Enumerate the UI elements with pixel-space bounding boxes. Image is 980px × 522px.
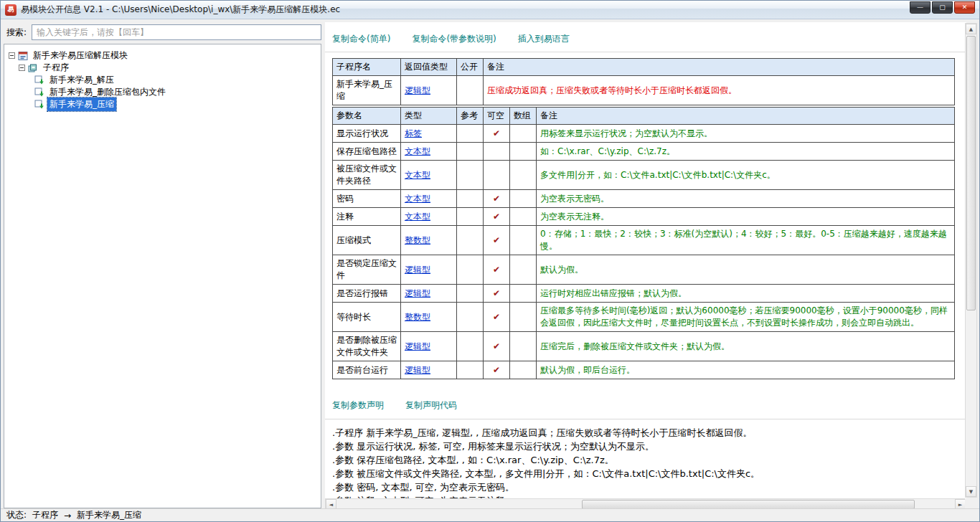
declaration-line: .参数 被压缩文件或文件夹路径, 文本型, , 多文件用|分开，如：C:\文件a… <box>332 467 959 480</box>
type-link[interactable]: 文本型 <box>405 212 430 222</box>
table-row: 新手来学易_压缩 逻辑型 压缩成功返回真；压缩失败或者等待时长小于压缩时长都返回… <box>333 76 955 105</box>
minimize-button[interactable]: — <box>910 1 930 14</box>
divider <box>325 52 966 52</box>
search-label: 搜索: <box>6 27 27 39</box>
nullable-check-cell: ✔ <box>484 226 510 255</box>
table-row: 保存压缩包路径 文本型 如：C:\x.rar、C:\y.zip、C:\z.7z。 <box>333 143 955 161</box>
tree-item-compress[interactable]: 新手来学易_压缩 <box>47 98 116 111</box>
array-cell <box>510 208 537 226</box>
vertical-scrollbar-thumb[interactable] <box>966 36 976 310</box>
type-link[interactable]: 文本型 <box>405 146 430 156</box>
remark-cell: 压缩成功返回真；压缩失败或者等待时长小于压缩时长都返回假。 <box>484 76 955 105</box>
subroutine-table: 子程序名 返回值类型 公开 备注 新手来学易_压缩 逻辑型 压缩成功返回真；压缩… <box>332 58 955 105</box>
nullable-check-cell: ✔ <box>484 190 510 208</box>
type-link[interactable]: 整数型 <box>405 312 430 322</box>
table-row: 等待时长 整数型 ✔ 压缩最多等待多长时间(毫秒)返回；默认为60000毫秒；若… <box>333 303 955 332</box>
title-bar: 易 易模块公开信息 V2.1 - C:\Users\Nice\Desktop\i… <box>1 1 979 19</box>
byref-cell <box>457 361 484 379</box>
tree-leaf-row: 新手来学易_解压 <box>7 74 318 86</box>
remark-cell: 为空表示无密码。 <box>537 190 955 208</box>
type-link[interactable]: 逻辑型 <box>405 288 430 298</box>
col-byref: 参考 <box>457 108 484 125</box>
byref-cell <box>457 226 484 255</box>
array-cell <box>510 190 537 208</box>
byref-cell <box>457 190 484 208</box>
col-array: 数组 <box>510 108 537 125</box>
status-scope: 子程序 <box>32 509 58 521</box>
nullable-check-cell: ✔ <box>484 332 510 361</box>
declaration-line: .参数 密码, 文本型, 可空, 为空表示无密码。 <box>332 480 959 494</box>
table-header-row: 参数名 类型 参考 可空 数组 备注 <box>333 108 955 125</box>
table-row: 是否前台运行 逻辑型 ✔ 默认为假，即后台运行。 <box>333 361 955 379</box>
declaration-line: .参数 保存压缩包路径, 文本型, , 如：C:\x.rar、C:\y.zip、… <box>332 453 959 467</box>
array-cell <box>510 361 537 379</box>
module-tree: 新手来学易压缩解压模块 子程序 新手来学易_解压 新手来学易_删除压缩包内文 <box>4 44 321 115</box>
remark-cell: 压缩完后，删除被压缩文件或文件夹；默认为假。 <box>537 332 955 361</box>
type-cell: 文本型 <box>401 190 457 208</box>
remark-cell: 为空表示无注释。 <box>537 208 955 226</box>
status-arrow-icon: → <box>64 511 71 521</box>
vertical-scrollbar[interactable]: ▲ ▼ <box>965 23 977 498</box>
type-link[interactable]: 整数型 <box>405 235 430 245</box>
type-link[interactable]: 逻辑型 <box>405 341 430 351</box>
array-cell <box>510 332 537 361</box>
type-cell: 整数型 <box>401 303 457 332</box>
type-cell: 逻辑型 <box>401 285 457 303</box>
scroll-down-icon[interactable]: ▼ <box>966 486 976 497</box>
type-link[interactable]: 逻辑型 <box>405 265 430 275</box>
collapse-icon[interactable] <box>9 52 15 59</box>
remark-cell: 压缩最多等待多长时间(毫秒)返回；默认为60000毫秒；若压缩要90000毫秒，… <box>537 303 955 332</box>
remark-cell: 用标签来显示运行状况；为空默认为不显示。 <box>537 125 955 143</box>
copy-command-with-params-link[interactable]: 复制命令(带参数说明) <box>412 33 496 45</box>
copy-declaration-code-link[interactable]: 复制声明代码 <box>405 399 457 412</box>
nullable-check-cell <box>484 143 510 161</box>
public-cell <box>457 76 484 105</box>
type-cell: 整数型 <box>401 226 457 255</box>
type-cell: 逻辑型 <box>401 255 457 285</box>
table-row: 是否删除被压缩文件或文件夹 逻辑型 ✔ 压缩完后，删除被压缩文件或文件夹；默认为… <box>333 332 955 361</box>
close-button[interactable]: ✕ <box>954 1 975 14</box>
param-name-cell: 是否锁定压缩文件 <box>333 255 401 285</box>
col-type: 类型 <box>401 108 457 125</box>
type-link[interactable]: 逻辑型 <box>405 85 430 95</box>
remark-cell: 0：存储；1：最快；2：较快；3：标准(为空默认)；4：较好；5：最好。0-5：… <box>537 226 955 255</box>
tree-folder-row: 子程序 <box>7 62 318 74</box>
param-name-cell: 是否前台运行 <box>333 361 401 379</box>
insert-to-elanguage-link[interactable]: 插入到易语言 <box>518 33 570 45</box>
col-remark: 备注 <box>537 108 955 125</box>
type-cell: 逻辑型 <box>401 361 457 379</box>
table-header-row: 子程序名 返回值类型 公开 备注 <box>333 59 955 76</box>
subroutine-name-cell: 新手来学易_压缩 <box>333 76 401 105</box>
search-input[interactable] <box>32 24 321 40</box>
parameter-table: 参数名 类型 参考 可空 数组 备注 显示运行状况 标签 ✔ 用标签来显示运行状… <box>332 107 955 379</box>
type-link[interactable]: 文本型 <box>405 170 430 180</box>
byref-cell <box>457 125 484 143</box>
col-remark: 备注 <box>484 59 955 76</box>
collapse-icon[interactable] <box>19 65 25 71</box>
remark-cell: 默认为假。 <box>537 255 955 285</box>
copy-command-simple-link[interactable]: 复制命令(简单) <box>332 33 390 45</box>
param-name-cell: 密码 <box>333 190 401 208</box>
module-icon <box>18 51 28 61</box>
maximize-button[interactable]: ▢ <box>932 1 953 14</box>
byref-cell <box>457 143 484 161</box>
scroll-up-icon[interactable]: ▲ <box>966 24 976 34</box>
subroutine-folder-icon <box>28 63 38 73</box>
remark-cell: 默认为假，即后台运行。 <box>537 361 955 379</box>
type-cell: 文本型 <box>401 208 457 226</box>
window-title: 易模块公开信息 V2.1 - C:\Users\Nice\Desktop\i_w… <box>21 4 340 16</box>
col-public: 公开 <box>457 59 484 76</box>
array-cell <box>510 125 537 143</box>
param-name-cell: 保存压缩包路径 <box>333 143 401 161</box>
type-link[interactable]: 标签 <box>405 128 422 138</box>
status-label: 状态: <box>6 509 27 521</box>
param-name-cell: 注释 <box>333 208 401 226</box>
param-name-cell: 被压缩文件或文件夹路径 <box>333 161 401 190</box>
table-row: 显示运行状况 标签 ✔ 用标签来显示运行状况；为空默认为不显示。 <box>333 125 955 143</box>
param-name-cell: 等待时长 <box>333 303 401 332</box>
copy-param-declaration-link[interactable]: 复制参数声明 <box>332 399 384 412</box>
col-return-type: 返回值类型 <box>401 59 457 76</box>
type-link[interactable]: 逻辑型 <box>405 365 430 375</box>
table-row: 是否运行报错 逻辑型 ✔ 运行时对相应出错应报错；默认为假。 <box>333 285 955 303</box>
type-link[interactable]: 文本型 <box>405 194 430 204</box>
